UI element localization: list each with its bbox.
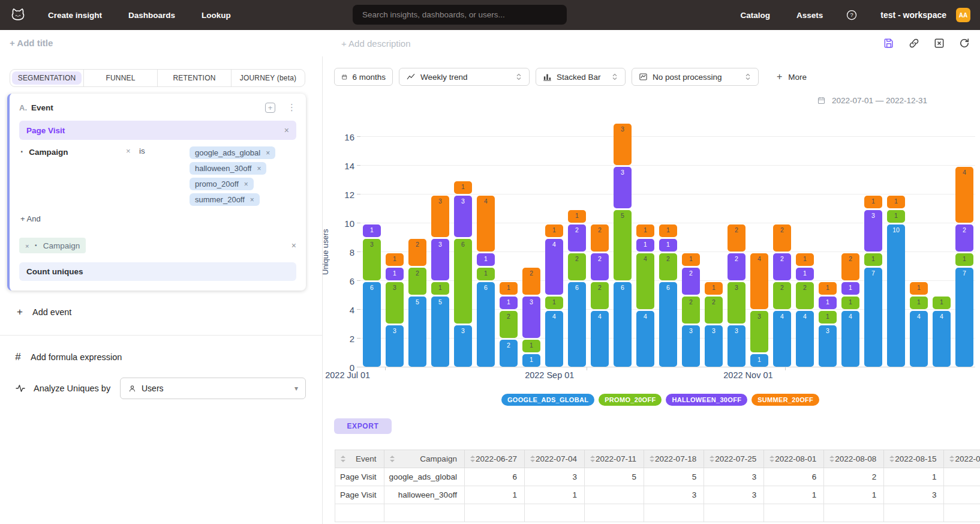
- tag-remove-icon[interactable]: ×: [266, 149, 270, 157]
- bar-2022-06-27[interactable]: 631: [363, 224, 381, 367]
- segment-google_ads_global[interactable]: 4: [796, 311, 814, 367]
- help-icon[interactable]: ?: [846, 9, 858, 21]
- segment-summer_20off[interactable]: 1: [659, 224, 677, 237]
- segment-promo_20off[interactable]: 2: [500, 311, 518, 338]
- tab-segmentation[interactable]: SEGMENTATION: [10, 70, 83, 86]
- filter-value-summer-20off[interactable]: summer_20off×: [190, 193, 260, 206]
- segment-summer_20off[interactable]: 2: [773, 224, 791, 251]
- segment-google_ads_global[interactable]: 10: [887, 224, 905, 367]
- add-filter-icon[interactable]: +: [265, 103, 275, 113]
- filter-operator[interactable]: is: [139, 146, 190, 206]
- column-header-2022-07-11[interactable]: 2022-07-11: [585, 450, 644, 468]
- kebab-menu-icon[interactable]: ⋮: [287, 102, 296, 113]
- event-select-row[interactable]: Page Visit ×: [19, 121, 296, 140]
- sort-icon[interactable]: [889, 455, 895, 463]
- segment-promo_20off[interactable]: 1: [910, 297, 928, 309]
- segment-google_ads_global[interactable]: 4: [841, 311, 859, 367]
- segment-summer_20off[interactable]: 2: [408, 239, 426, 266]
- segment-google_ads_global[interactable]: 6: [614, 282, 632, 367]
- segment-halloween_30off[interactable]: 1: [363, 224, 381, 237]
- segment-google_ads_global[interactable]: 4: [545, 311, 563, 367]
- tag-remove-icon[interactable]: ×: [250, 196, 254, 204]
- segment-halloween_30off[interactable]: 3: [522, 297, 540, 338]
- bar-2022-07-18[interactable]: 5133: [431, 196, 449, 367]
- legend-pill-google-ads-global[interactable]: GOOGLE_ADS_GLOBAL: [501, 394, 594, 406]
- column-header-2022-08-22[interactable]: 2022-08-22: [944, 450, 980, 468]
- segment-summer_20off[interactable]: 1: [454, 181, 472, 194]
- bar-2022-11-14[interactable]: 3111: [819, 282, 837, 367]
- filter-property[interactable]: Campaign: [29, 148, 68, 157]
- bar-2022-12-26[interactable]: 7124: [955, 167, 973, 367]
- sort-icon[interactable]: [709, 455, 715, 463]
- remove-filter-icon[interactable]: ×: [126, 146, 139, 206]
- segment-promo_20off[interactable]: 2: [591, 282, 609, 309]
- column-header-2022-07-25[interactable]: 2022-07-25: [704, 450, 764, 468]
- event-name[interactable]: Page Visit: [26, 126, 65, 135]
- tab-retention[interactable]: RETENTION: [157, 70, 231, 86]
- segment-summer_20off[interactable]: 1: [796, 253, 814, 266]
- bar-2022-10-03[interactable]: 3221: [682, 253, 700, 367]
- segment-google_ads_global[interactable]: 4: [773, 311, 791, 367]
- segment-summer_20off[interactable]: 2: [591, 224, 609, 251]
- bar-2022-09-05[interactable]: 4222: [591, 224, 609, 367]
- segment-promo_20off[interactable]: 1: [819, 311, 837, 324]
- filter-value-promo-20off[interactable]: promo_20off×: [190, 178, 254, 190]
- search-input[interactable]: [353, 5, 567, 25]
- sort-icon[interactable]: [389, 455, 395, 463]
- sort-icon[interactable]: [649, 455, 655, 463]
- segment-summer_20off[interactable]: 3: [614, 124, 632, 165]
- column-header-campaign[interactable]: Campaign: [384, 450, 464, 468]
- nav-item-create-insight[interactable]: Create insight: [48, 11, 102, 20]
- segment-summer_20off[interactable]: 1: [682, 253, 700, 266]
- segment-google_ads_global[interactable]: 6: [477, 282, 495, 367]
- segment-google_ads_global[interactable]: 1: [522, 354, 540, 367]
- segment-google_ads_global[interactable]: 7: [864, 268, 882, 367]
- segment-summer_20off[interactable]: 3: [431, 196, 449, 237]
- segment-halloween_30off[interactable]: 2: [773, 253, 791, 280]
- column-header-2022-06-27[interactable]: 2022-06-27: [464, 450, 524, 468]
- bar-2022-09-19[interactable]: 4411: [636, 224, 654, 367]
- segment-halloween_30off[interactable]: 1: [659, 239, 677, 251]
- export-button[interactable]: EXPORT: [334, 418, 392, 434]
- more-button[interactable]: + More: [777, 71, 807, 82]
- segment-google_ads_global[interactable]: 7: [955, 268, 973, 367]
- column-header-2022-07-04[interactable]: 2022-07-04: [524, 450, 584, 468]
- segment-summer_20off[interactable]: 1: [910, 282, 928, 295]
- segment-google_ads_global[interactable]: 6: [659, 282, 677, 367]
- segment-halloween_30off[interactable]: 1: [386, 268, 404, 280]
- breakdown-property[interactable]: Campaign: [43, 241, 80, 250]
- segment-google_ads_global[interactable]: 3: [728, 325, 745, 367]
- nav-item-catalog[interactable]: Catalog: [740, 11, 770, 20]
- link-icon[interactable]: [907, 37, 920, 49]
- sort-icon[interactable]: [470, 455, 476, 463]
- segment-promo_20off[interactable]: 4: [636, 253, 654, 309]
- segment-promo_20off[interactable]: 2: [408, 268, 426, 295]
- segment-promo_20off[interactable]: 2: [568, 253, 586, 280]
- remove-breakdown-icon[interactable]: ×: [25, 242, 29, 250]
- segment-summer_20off[interactable]: 2: [728, 224, 745, 251]
- segment-google_ads_global[interactable]: 3: [682, 325, 700, 367]
- bar-2022-08-22[interactable]: 4141: [545, 224, 563, 367]
- segment-summer_20off[interactable]: 4: [477, 196, 495, 251]
- segment-halloween_30off[interactable]: 2: [591, 253, 609, 280]
- tag-remove-icon[interactable]: ×: [257, 164, 261, 173]
- segment-halloween_30off[interactable]: 3: [431, 239, 449, 280]
- save-icon[interactable]: [882, 37, 895, 49]
- segment-promo_20off[interactable]: 3: [386, 282, 404, 324]
- segment-halloween_30off[interactable]: 1: [636, 239, 654, 251]
- segment-promo_20off[interactable]: 1: [477, 268, 495, 280]
- trend-select[interactable]: Weekly trend: [399, 68, 530, 86]
- segment-google_ads_global[interactable]: 4: [910, 311, 928, 367]
- nav-item-dashboards[interactable]: Dashboards: [128, 11, 175, 20]
- segment-google_ads_global[interactable]: 4: [636, 311, 654, 367]
- bar-2022-07-11[interactable]: 522: [408, 239, 426, 367]
- workspace-name[interactable]: test - workspace: [880, 10, 946, 20]
- tag-remove-icon[interactable]: ×: [244, 180, 248, 188]
- bar-2022-11-28[interactable]: 7131: [864, 196, 882, 367]
- bar-2022-08-15[interactable]: 1132: [522, 268, 540, 367]
- bar-2022-10-31[interactable]: 4222: [773, 224, 791, 367]
- column-header-2022-08-01[interactable]: 2022-08-01: [764, 450, 824, 468]
- segment-summer_20off[interactable]: 1: [500, 282, 518, 295]
- segment-google_ads_global[interactable]: 1: [750, 354, 768, 367]
- cat-logo-icon[interactable]: [10, 6, 28, 24]
